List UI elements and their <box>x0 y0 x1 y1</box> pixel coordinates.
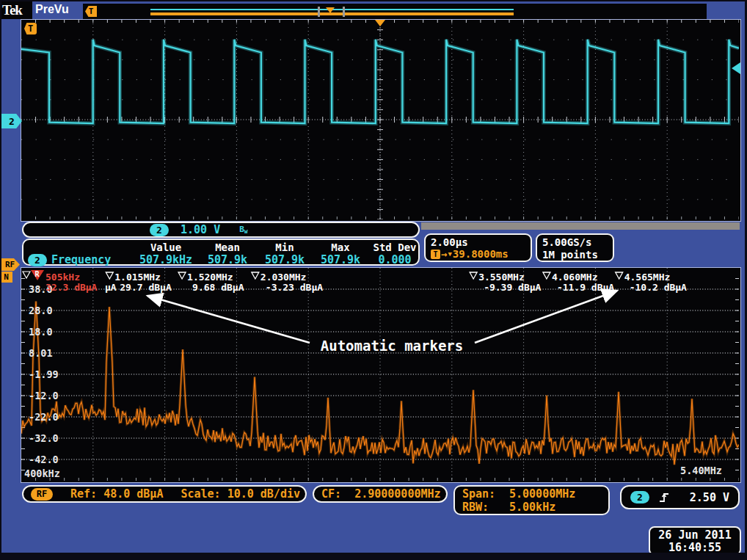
svg-text:18.0: 18.0 <box>29 326 53 338</box>
acquisition-overview-strip: T <box>83 4 707 19</box>
marker-triangle-icon <box>543 272 550 279</box>
rf-reference-bar: RF Ref: 48.0 dBµA Scale: 10.0 dB/div <box>22 485 307 503</box>
acquisition-box: 5.00GS/s 1M points <box>536 233 614 262</box>
acquisition-status: PreVu <box>35 3 69 16</box>
waveform-display <box>21 19 741 222</box>
waveform-graticule <box>21 20 739 219</box>
timebase-scale: 2.00µs <box>431 236 525 248</box>
rf-position-marker: RF <box>0 258 20 271</box>
center-frequency-box: CF: 2.90000000MHz <box>313 485 448 503</box>
cursor-down-icon: ▼ <box>448 248 451 261</box>
rf-badge: RF <box>31 488 53 501</box>
rising-edge-icon <box>658 492 670 503</box>
measurement-bar: Value Mean Min Max Std Dev 2 Frequency 5… <box>22 239 420 266</box>
annotation: Automatic markers <box>147 291 617 354</box>
stop-frequency-label: 5.40MHz <box>680 465 722 476</box>
meas-max: 507.9k <box>313 253 368 266</box>
rf-trace-glow <box>21 302 739 465</box>
marker-triangle-icon <box>106 272 113 279</box>
sample-rate: 5.00GS/s <box>542 236 608 249</box>
record-length: 1M points <box>542 249 608 261</box>
marker-triangle-icon <box>178 272 186 279</box>
svg-text:4.060MHz: 4.060MHz <box>552 272 598 283</box>
trigger-channel-badge: 2 <box>630 491 649 503</box>
trigger-level: 2.50 V <box>690 491 729 504</box>
meas-channel-badge: 2 <box>28 254 47 266</box>
svg-text:4.565MHz: 4.565MHz <box>624 272 671 283</box>
svg-text:-1.99: -1.99 <box>29 368 59 380</box>
bandwidth-limit-icon: Bw <box>239 225 247 235</box>
meas-stddev: 0.000 <box>368 253 421 266</box>
delay-value: 39.8000ms <box>453 248 509 261</box>
zoom-window-left-bracket <box>318 7 320 17</box>
span-rbw-box: Span:5.00000MHz RBW:5.00kHz <box>453 485 610 515</box>
annotation-text: Automatic markers <box>321 338 463 354</box>
arrow-right-icon: → <box>441 248 447 261</box>
trigger-delay-readout: T→▼39.8000ms <box>431 248 525 261</box>
datetime-box: 26 Jun 2011 16:40:55 <box>649 526 741 556</box>
channel2-ground-marker: 2 <box>1 114 22 128</box>
svg-text:1.015MHz: 1.015MHz <box>114 272 161 283</box>
rf-scale: Scale: 10.0 dB/div <box>181 487 300 501</box>
svg-text:8.01: 8.01 <box>29 347 53 359</box>
svg-text:9.68 dBµA: 9.68 dBµA <box>192 282 244 293</box>
meas-mean: 507.9k <box>198 253 257 266</box>
meas-header-min: Min <box>257 241 313 253</box>
zoom-window-right-bracket <box>343 7 345 17</box>
trigger-t-chip-icon: T <box>431 250 440 259</box>
tek-logo: Tek <box>2 2 22 18</box>
rf-units-label: µA <box>105 282 117 293</box>
svg-text:-12.0: -12.0 <box>29 390 59 401</box>
span-value: 5.00000MHz <box>509 488 575 501</box>
meas-value: 507.9kHz <box>134 253 198 266</box>
wave-grid <box>21 20 739 219</box>
svg-text:1.520MHz: 1.520MHz <box>187 272 233 283</box>
trigger-t-icon: T <box>24 23 37 34</box>
rf-spectrum-display: 38.028.018.08.01-1.99-12.0-22.0-32.0-42.… <box>21 267 741 483</box>
meas-header-value: Value <box>134 241 198 253</box>
svg-text:-10.2 dBµA: -10.2 dBµA <box>630 282 687 293</box>
meas-name: Frequency <box>51 253 111 266</box>
meas-header-max: Max <box>313 241 368 253</box>
automatic-markers: 1.015MHz29.7 dBµA1.520MHz9.68 dBµA2.030M… <box>106 272 687 293</box>
trigger-readout-box: 2 2.50 V <box>620 485 740 509</box>
svg-text:-32.0: -32.0 <box>29 432 59 444</box>
svg-text:32.3 dBµA: 32.3 dBµA <box>45 282 98 293</box>
marker-triangle-icon <box>252 272 259 279</box>
rf-ref-level: Ref: 48.0 dBµA <box>70 487 163 501</box>
svg-text:-3.23 dBµA: -3.23 dBµA <box>266 282 323 293</box>
svg-text:3.550MHz: 3.550MHz <box>478 272 525 283</box>
timebase-box: 2.00µs T→▼39.8000ms <box>424 233 532 262</box>
svg-text:505kHz: 505kHz <box>45 272 80 283</box>
svg-text:R: R <box>35 270 40 278</box>
meas-min: 507.9k <box>257 253 313 266</box>
svg-text:29.7 dBµA: 29.7 dBµA <box>120 282 172 293</box>
expansion-point-icon <box>326 7 335 13</box>
trigger-arrow-icon: T <box>85 6 97 17</box>
svg-text:2.030MHz: 2.030MHz <box>260 272 307 283</box>
channel2-badge: 2 <box>150 224 169 236</box>
screen-bottom-band <box>0 553 747 560</box>
meas-header-mean: Mean <box>198 241 257 253</box>
annotation-arrow-left <box>147 296 310 343</box>
start-frequency-label: 400kHz <box>24 468 60 479</box>
trigger-position-icon <box>375 20 385 26</box>
spectrum-graticule: 38.028.018.08.01-1.99-12.0-22.0-32.0-42.… <box>21 268 739 481</box>
svg-text:28.0: 28.0 <box>29 305 53 316</box>
waveform-scroll-indicator <box>421 222 740 230</box>
svg-text:-9.39 dBµA: -9.39 dBµA <box>484 282 541 293</box>
measurement-row: 2 Frequency 507.9kHz 507.9k 507.9k 507.9… <box>23 253 421 266</box>
rf-normal-trace-marker: N <box>0 272 12 283</box>
marker-triangle-icon <box>616 272 623 279</box>
svg-text:-42.0: -42.0 <box>29 454 59 465</box>
span-label: Span: <box>462 488 509 501</box>
rf-trace <box>21 302 739 465</box>
date: 26 Jun 2011 <box>650 529 740 542</box>
marker-triangle-icon <box>470 272 477 279</box>
channel2-readout-bar: 2 1.00 V Bw <box>22 222 420 238</box>
meas-header-stddev: Std Dev <box>368 241 421 253</box>
svg-text:-22.0: -22.0 <box>29 411 59 423</box>
svg-text:-11.9 dBµA: -11.9 dBµA <box>557 282 614 293</box>
rbw-label: RBW: <box>462 501 509 514</box>
center-frequency: CF: 2.90000000MHz <box>321 487 441 501</box>
